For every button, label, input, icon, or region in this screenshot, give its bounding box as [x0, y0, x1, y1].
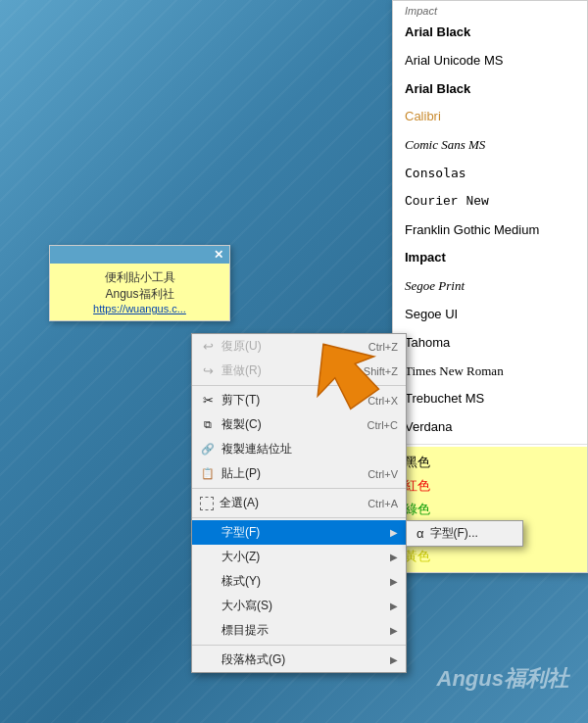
ctx-copy[interactable]: ⧉ 複製(C) Ctrl+C — [192, 412, 406, 437]
ctx-divider-3 — [192, 517, 406, 518]
ruby-arrow-icon: ▶ — [390, 625, 398, 636]
submenu-font-dialog[interactable]: α 字型(F)... — [407, 521, 522, 546]
color-item-green[interactable]: 綠色 — [393, 498, 587, 521]
font-item-times[interactable]: Times New Roman — [393, 358, 587, 386]
font-arrow-icon: ▶ — [390, 527, 398, 538]
size-icon — [200, 550, 216, 565]
font-icon — [200, 525, 216, 541]
note-body: 便利貼小工具 Angus福利社 https://wuangus.c... — [50, 264, 229, 320]
ctx-select-all-shortcut: Ctrl+A — [368, 498, 398, 509]
ctx-select-all-label: 全選(A) — [220, 495, 362, 511]
ctx-size-label: 大小(Z) — [221, 549, 384, 565]
ctx-font-label: 字型(F) — [221, 524, 384, 541]
font-submenu: α 字型(F)... — [406, 520, 523, 547]
case-arrow-icon: ▶ — [390, 601, 398, 611]
note-app-subtitle: Angus福利社 — [60, 286, 220, 303]
paste-icon: 📋 — [200, 466, 216, 482]
bottom-brand: Angus福利社 — [437, 664, 568, 694]
ctx-select-all[interactable]: 全選(A) Ctrl+A — [192, 491, 406, 515]
note-app-title: 便利貼小工具 — [60, 269, 220, 286]
submenu-font-label: 字型(F)... — [430, 525, 478, 542]
cut-icon: ✂ — [200, 393, 216, 409]
ctx-divider-2 — [192, 488, 406, 489]
style-arrow-icon: ▶ — [390, 576, 398, 587]
font-item-arial-black-1[interactable]: Arial Black — [393, 19, 587, 47]
ctx-copy-link[interactable]: 🔗 複製連結位址 — [192, 437, 406, 461]
ctx-divider-4 — [192, 645, 406, 646]
font-item-trebuchet[interactable]: Trebuchet MS — [393, 385, 587, 413]
font-panel-divider — [393, 444, 587, 445]
font-item-courier-new[interactable]: Courier New — [393, 188, 587, 217]
font-item-impact[interactable]: Impact — [393, 244, 587, 272]
ctx-paste-label: 貼上(P) — [221, 465, 362, 482]
ruby-icon — [200, 623, 216, 639]
link-icon: 🔗 — [200, 442, 216, 458]
style-icon — [200, 574, 216, 590]
ctx-size[interactable]: 大小(Z) ▶ — [192, 545, 406, 569]
ctx-style[interactable]: 樣式(Y) ▶ — [192, 569, 406, 594]
ctx-ruby[interactable]: 標目提示 ▶ — [192, 618, 406, 643]
font-item-comic-sans[interactable]: Comic Sans MS — [393, 131, 587, 160]
paragraph-arrow-icon: ▶ — [390, 654, 398, 665]
ctx-style-label: 樣式(Y) — [221, 573, 384, 590]
case-icon — [200, 599, 216, 614]
select-all-icon — [200, 497, 214, 510]
undo-icon: ↩ — [200, 339, 216, 355]
font-item-segoe-print[interactable]: Segoe Print — [393, 272, 587, 301]
alpha-icon: α — [416, 526, 424, 541]
font-item-franklin[interactable]: Franklin Gothic Medium — [393, 217, 587, 245]
font-item-arial-unicode[interactable]: Arial Unicode MS — [393, 47, 587, 75]
font-item-arial-black-2[interactable]: Arial Black — [393, 75, 587, 104]
svg-marker-0 — [304, 333, 382, 411]
color-item-black[interactable]: 黑色 — [393, 451, 587, 474]
note-titlebar: ✕ — [50, 246, 229, 264]
note-link[interactable]: https://wuangus.c... — [60, 303, 220, 314]
color-item-red[interactable]: 紅色 — [393, 474, 587, 498]
font-item-tahoma[interactable]: Tahoma — [393, 329, 587, 358]
ctx-copy-label: 複製(C) — [221, 416, 362, 433]
font-item-calibri[interactable]: Calibri — [393, 103, 587, 131]
note-close-button[interactable]: ✕ — [214, 248, 223, 262]
ctx-copy-link-label: 複製連結位址 — [221, 441, 398, 458]
ctx-paste[interactable]: 📋 貼上(P) Ctrl+V — [192, 461, 406, 486]
color-item-yellow[interactable]: 黃色 — [393, 545, 587, 568]
paragraph-icon — [200, 652, 216, 668]
ctx-paste-shortcut: Ctrl+V — [368, 468, 398, 480]
ctx-paragraph-label: 段落格式(G) — [221, 651, 384, 668]
size-arrow-icon: ▶ — [390, 552, 398, 562]
ctx-ruby-label: 標目提示 — [221, 622, 384, 639]
copy-icon: ⧉ — [200, 417, 216, 433]
ctx-case-label: 大小寫(S) — [221, 598, 384, 614]
ctx-copy-shortcut: Ctrl+C — [368, 419, 398, 431]
redo-icon: ↪ — [200, 363, 216, 379]
ctx-font[interactable]: 字型(F) ▶ α 字型(F)... — [192, 520, 406, 545]
note-window: ✕ 便利貼小工具 Angus福利社 https://wuangus.c... — [49, 245, 230, 321]
ctx-paragraph[interactable]: 段落格式(G) ▶ — [192, 648, 406, 672]
ctx-case[interactable]: 大小寫(S) ▶ — [192, 594, 406, 618]
font-item-segoe-ui[interactable]: Segoe UI — [393, 301, 587, 329]
font-item-verdana[interactable]: Verdana — [393, 413, 587, 442]
font-item-consolas[interactable]: Consolas — [393, 160, 587, 188]
font-panel: Impact Arial Black Arial Unicode MS Aria… — [392, 0, 588, 573]
arrow-annotation — [304, 333, 382, 411]
font-panel-top-label: Impact — [393, 1, 587, 19]
